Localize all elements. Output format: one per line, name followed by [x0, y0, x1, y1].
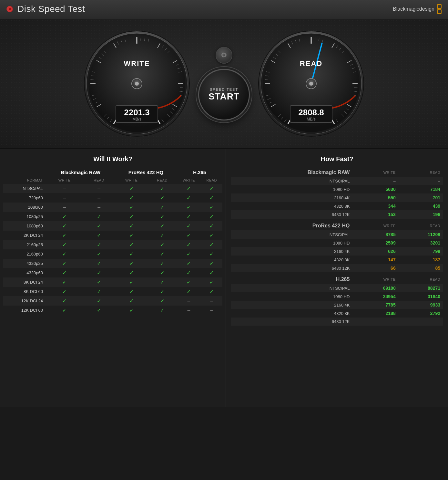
- format-label: 720p60: [3, 193, 46, 203]
- check-icon: ✓: [62, 223, 66, 229]
- hf-data-row: 1080 HD2495431840: [231, 292, 443, 301]
- check-icon: ✓: [62, 214, 66, 219]
- hf-group-header-row: H.265WRITEREAD: [231, 275, 443, 284]
- check-cell: ✓: [148, 296, 177, 306]
- check-cell: –: [83, 203, 115, 212]
- check-cell: ✓: [148, 212, 177, 221]
- prores-header: ProRes 422 HQ: [115, 168, 177, 177]
- hf-data-row: 6480 12K––: [231, 318, 443, 326]
- check-cell: ✓: [46, 259, 83, 268]
- table-header-row-1: Blackmagic RAW ProRes 422 HQ H.265: [3, 168, 222, 177]
- check-icon: ✓: [129, 261, 134, 266]
- hf-data-row: NTSC/PAL––: [231, 177, 443, 185]
- svg-text:WRITE: WRITE: [124, 59, 150, 68]
- close-button[interactable]: ✕: [6, 6, 13, 12]
- check-icon: ✓: [160, 186, 164, 191]
- check-icon: ✓: [160, 270, 164, 276]
- check-cell: –: [46, 184, 83, 193]
- check-cell: ✓: [148, 287, 177, 296]
- check-cell: ✓: [201, 268, 222, 277]
- check-cell: ✓: [201, 240, 222, 249]
- check-icon: ✓: [209, 242, 214, 247]
- check-cell: ✓: [177, 231, 201, 240]
- check-cell: ✓: [148, 277, 177, 287]
- check-cell: ✓: [46, 249, 83, 259]
- check-icon: ✓: [129, 214, 134, 219]
- hf-spacer: [231, 272, 443, 275]
- check-icon: ✓: [160, 204, 164, 210]
- brand-icon-bottom: [437, 9, 442, 14]
- check-icon: ✓: [209, 279, 214, 285]
- dash-icon: –: [187, 308, 190, 313]
- check-cell: –: [83, 193, 115, 203]
- check-icon: ✓: [187, 195, 191, 201]
- check-cell: ✓: [46, 240, 83, 249]
- dash-icon: –: [63, 204, 66, 210]
- check-cell: ✓: [115, 306, 148, 315]
- check-cell: ✓: [201, 221, 222, 231]
- check-cell: ✓: [201, 203, 222, 212]
- svg-text:2201.3: 2201.3: [124, 108, 150, 117]
- hf-group-label: Blackmagic RAW: [231, 168, 353, 177]
- hf-group-header-row: ProRes 422 HQWRITEREAD: [231, 221, 443, 230]
- check-cell: –: [201, 306, 222, 315]
- hf-read-value: 2792: [398, 309, 443, 318]
- check-cell: ✓: [83, 277, 115, 287]
- hf-row-label: 4320 8K: [231, 202, 353, 210]
- hf-row-label: 4320 8K: [231, 309, 353, 318]
- how-fast-table: Blackmagic RAWWRITEREADNTSC/PAL––1080 HD…: [231, 168, 443, 326]
- format-col-header: FORMAT: [3, 177, 46, 184]
- hf-write-header: WRITE: [353, 221, 398, 230]
- hf-read-value: 7184: [398, 185, 443, 193]
- check-icon: ✓: [209, 233, 214, 238]
- brand-icon: [437, 4, 442, 14]
- check-cell: ✓: [201, 231, 222, 240]
- hf-write-value: 66: [353, 264, 398, 272]
- check-cell: ✓: [115, 277, 148, 287]
- check-icon: ✓: [129, 204, 134, 210]
- prores-read-header: READ: [148, 177, 177, 184]
- format-label: NTSC/PAL: [3, 184, 46, 193]
- hf-read-value: 85: [398, 264, 443, 272]
- hf-write-header: WRITE: [353, 168, 398, 177]
- start-button[interactable]: SPEED TEST START: [198, 69, 250, 120]
- hf-data-row: 2160 4K550701: [231, 193, 443, 202]
- check-icon: ✓: [97, 298, 101, 304]
- check-icon: ✓: [160, 233, 164, 238]
- titlebar: ✕ Disk Speed Test Blackmagicdesign: [0, 0, 448, 19]
- close-icon: ✕: [8, 7, 11, 11]
- check-icon: ✓: [97, 289, 101, 294]
- check-icon: ✓: [129, 298, 134, 304]
- table-row: 8K DCI 60✓✓✓✓✓✓: [3, 287, 222, 296]
- check-cell: ✓: [201, 259, 222, 268]
- hf-read-value: 187: [398, 256, 443, 264]
- hf-write-value: –: [353, 318, 398, 326]
- read-gauge: READ 2808.8 MB/s: [256, 29, 366, 139]
- check-cell: ✓: [201, 287, 222, 296]
- hf-row-label: 1080 HD: [231, 185, 353, 193]
- check-cell: ✓: [46, 287, 83, 296]
- read-gauge-svg: READ 2808.8 MB/s: [256, 29, 366, 139]
- check-cell: ✓: [46, 306, 83, 315]
- check-icon: ✓: [187, 233, 191, 238]
- hf-write-value: 2509: [353, 239, 398, 247]
- check-cell: ✓: [148, 203, 177, 212]
- check-icon: ✓: [62, 242, 66, 247]
- dash-icon: –: [210, 308, 213, 313]
- settings-button[interactable]: ⚙: [216, 47, 232, 64]
- table-row: 2160p60✓✓✓✓✓✓: [3, 249, 222, 259]
- check-icon: ✓: [187, 214, 191, 219]
- table-row: 4320p60✓✓✓✓✓✓: [3, 268, 222, 277]
- gauge-section: WRITE 2201.3 MB/s ⚙ SPEED TEST START: [0, 19, 448, 149]
- check-icon: ✓: [160, 261, 164, 266]
- check-icon: ✓: [97, 261, 101, 266]
- check-cell: ✓: [177, 193, 201, 203]
- check-cell: –: [177, 306, 201, 315]
- check-icon: ✓: [97, 214, 101, 219]
- check-icon: ✓: [62, 308, 66, 313]
- check-icon: ✓: [129, 186, 134, 191]
- titlebar-left: ✕ Disk Speed Test: [6, 4, 85, 14]
- bmraw-header: Blackmagic RAW: [46, 168, 115, 177]
- check-icon: ✓: [129, 233, 134, 238]
- check-icon: ✓: [187, 223, 191, 229]
